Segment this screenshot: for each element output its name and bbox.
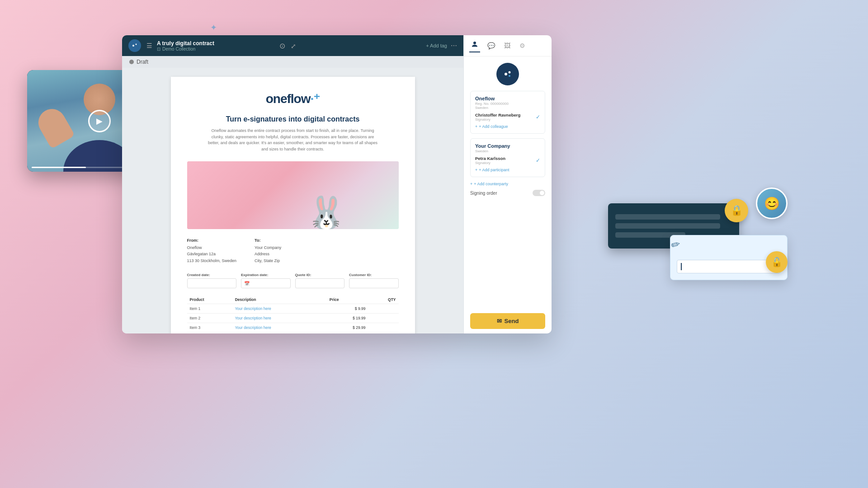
table-row: Item 1 Your description here $ 9.99 <box>187 304 399 314</box>
plus-icon: + <box>475 124 477 129</box>
play-button[interactable]: ▶ <box>88 110 111 132</box>
table-row: Item 2 Your description here $ 19.99 <box>187 314 399 323</box>
quote-id-label: Quote ID: <box>295 273 345 277</box>
expiration-date-input[interactable]: 📅 <box>241 278 291 288</box>
draft-label: Draft <box>137 59 148 65</box>
product-qty <box>368 314 398 323</box>
expiration-date-label: Expiration date: <box>241 273 291 277</box>
lock-badge-unlocked: 🔓 <box>766 251 788 273</box>
topbar-subtitle: ⊡ Demo Collection <box>157 47 214 52</box>
to-company: Your Company Address City, State Zip <box>255 244 281 264</box>
draft-indicator <box>129 60 134 64</box>
svg-point-0 <box>131 42 138 49</box>
plus-icon-participant: + <box>475 168 477 172</box>
signing-order-toggle[interactable] <box>533 190 545 196</box>
svg-point-5 <box>509 71 511 74</box>
tab-chat[interactable]: 💬 <box>486 40 497 51</box>
person-info-petra: Petra Karlsson Signatory <box>475 156 505 165</box>
party-oneflow-name: Oneflow <box>475 96 540 101</box>
collection-icon: ⊡ <box>157 47 160 52</box>
doc-logo: oneflow·⁺ <box>187 91 399 106</box>
draft-bar: Draft <box>122 56 463 68</box>
document-wrapper: ☰ A truly digital contract ⊡ Demo Collec… <box>122 35 463 333</box>
expiration-date-field: Expiration date: 📅 <box>241 273 291 288</box>
video-progress-fill <box>32 167 86 168</box>
party-your-company-name: Your Company <box>475 143 540 149</box>
bunny-emoji: 🐰 <box>307 194 346 229</box>
svg-point-3 <box>502 68 514 80</box>
product-price: $ 9.99 <box>327 304 368 314</box>
document-paper: oneflow·⁺ Turn e-signatures into digital… <box>171 77 415 333</box>
product-price: $ 39.99 <box>327 333 368 333</box>
customer-id-input[interactable] <box>349 278 399 288</box>
person-christoffer: Christoffer Ravneberg Signatory ✓ <box>475 113 540 122</box>
doc-banner-image: 🐰 <box>187 161 399 229</box>
add-tag-button[interactable]: + Add tag <box>426 43 447 48</box>
tab-people[interactable] <box>469 39 480 52</box>
logo-main: oneflow <box>266 92 311 106</box>
product-price: $ 29.99 <box>327 323 368 333</box>
product-desc: Your description here <box>232 314 327 323</box>
col-price: Price <box>327 296 368 304</box>
party-avatar <box>496 63 519 85</box>
document-scroll-area[interactable]: oneflow·⁺ Turn e-signatures into digital… <box>122 68 463 333</box>
party-your-company-country: Sweden <box>475 149 540 153</box>
created-date-input[interactable] <box>187 278 237 288</box>
check-icon-petra: ✓ <box>536 157 540 164</box>
blue-card-input-field[interactable] <box>677 260 781 273</box>
card-line-1 <box>615 214 720 220</box>
person-info: Christoffer Ravneberg Signatory <box>475 113 520 122</box>
col-product: Product <box>187 296 232 304</box>
text-cursor <box>681 263 682 270</box>
svg-point-4 <box>505 73 507 75</box>
created-date-field: Created date: <box>187 273 237 288</box>
customer-id-label: Customer ID: <box>349 273 399 277</box>
send-button[interactable]: ✉ Send <box>470 313 545 329</box>
tab-image[interactable]: 🖼 <box>502 40 512 51</box>
to-column: To: Your Company Address City, State Zip <box>255 238 281 264</box>
app-logo[interactable] <box>128 39 141 52</box>
send-label: Send <box>505 318 519 324</box>
oneflow-logo-text: oneflow·⁺ <box>266 92 320 106</box>
topbar: ☰ A truly digital contract ⊡ Demo Collec… <box>122 35 463 56</box>
quote-id-field: Quote ID: <box>295 273 345 288</box>
topbar-center: ⊙ ⤢ <box>279 42 296 50</box>
lock-badge-locked: 🔒 <box>725 199 748 222</box>
right-panel: 💬 🖼 ⚙ Oneflow Reg. No. 000000000 Sweden <box>463 35 552 333</box>
created-date-label: Created date: <box>187 273 237 277</box>
product-desc: Your description here <box>232 333 327 333</box>
product-qty <box>368 323 398 333</box>
tab-settings[interactable]: ⚙ <box>518 40 527 51</box>
petra-name: Petra Karlsson <box>475 156 505 161</box>
product-table: Product Description Price QTY Item 1 You… <box>187 296 399 333</box>
party-your-company: Your Company Sweden Petra Karlsson Signa… <box>470 138 545 177</box>
product-name: Item 3 <box>187 323 232 333</box>
logo-dot: ·⁺ <box>310 92 320 106</box>
toggle-knob <box>540 191 544 195</box>
person-avatar-circle: 😊 <box>756 188 788 219</box>
from-company: Oneflow Gävlegatan 12a 113 30 Stockholm,… <box>187 244 237 264</box>
subtitle-text: Demo Collection <box>162 47 195 52</box>
svg-point-6 <box>509 75 510 77</box>
more-menu-button[interactable]: ⋯ <box>451 42 457 49</box>
table-row: Item 3 Your description here $ 29.99 <box>187 323 399 333</box>
menu-icon[interactable]: ☰ <box>146 42 152 49</box>
svg-point-2 <box>136 44 137 45</box>
panel-content: Oneflow Reg. No. 000000000 Sweden Christ… <box>464 56 552 309</box>
product-price: $ 19.99 <box>327 314 368 323</box>
to-label: To: <box>255 238 281 243</box>
person-petra: Petra Karlsson Signatory ✓ <box>475 156 540 165</box>
add-participant-button[interactable]: + + Add participant <box>475 168 540 172</box>
petra-role: Signatory <box>475 161 505 165</box>
col-qty: QTY <box>368 296 398 304</box>
quote-id-input[interactable] <box>295 278 345 288</box>
topbar-title-group: A truly digital contract ⊡ Demo Collecti… <box>157 40 214 52</box>
table-row: Item 4 Your description here $ 39.99 <box>187 333 399 333</box>
product-desc: Your description here <box>232 323 327 333</box>
add-counterparty-button[interactable]: + + Add counterparty <box>470 182 545 186</box>
doc-from-to: From: Oneflow Gävlegatan 12a 113 30 Stoc… <box>187 238 399 264</box>
card-line-2 <box>615 223 720 229</box>
add-colleague-button[interactable]: + + Add colleague <box>475 124 540 129</box>
person-role: Signatory <box>475 117 520 122</box>
doc-fields-row: Created date: Expiration date: 📅 Quote I… <box>187 273 399 288</box>
